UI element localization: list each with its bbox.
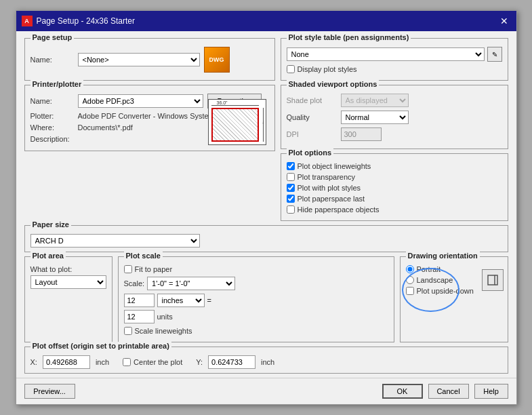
plot-paperspace-last-row: Plot paperspace last <box>287 195 502 203</box>
plot-with-plot-styles-checkbox[interactable] <box>287 184 295 192</box>
hatch-area <box>211 108 259 142</box>
paper-preview-container: 36.0" → <box>208 99 269 148</box>
display-plot-styles-label[interactable]: Display plot styles <box>298 65 357 73</box>
paper-size-section: Paper size ARCH D <box>24 225 508 252</box>
name-row: Name: <None> DWG <box>30 47 269 73</box>
plot-style-edit-button[interactable]: ✎ <box>487 47 502 62</box>
portrait-radio[interactable] <box>406 265 414 273</box>
paper-size-title: Paper size <box>30 220 71 229</box>
where-label: Where: <box>30 123 78 132</box>
preview-button[interactable]: Preview... <box>24 384 75 399</box>
paper-preview: 36.0" → <box>208 99 266 145</box>
help-button[interactable]: Help <box>474 384 508 399</box>
page-setup-dialog: A Page Setup - 24x36 Starter ✕ Page setu… <box>16 10 517 405</box>
y-input[interactable] <box>208 355 255 369</box>
quality-label: Quality <box>287 113 341 121</box>
plot-transparency-row: Plot transparency <box>287 173 502 181</box>
plot-style-table-title: Plot style table (pen assignments) <box>287 33 411 41</box>
plot-paperspace-last-checkbox[interactable] <box>287 195 295 203</box>
what-to-plot-select[interactable]: Layout <box>30 275 106 289</box>
shade-plot-label: Shade plot <box>287 96 341 104</box>
orientation-rotate-button[interactable] <box>482 269 504 291</box>
dialog-title: Page Setup - 24x36 Starter <box>37 16 135 26</box>
plot-area-section: Plot area What to plot: Layout <box>24 256 112 342</box>
plot-style-table-section: Plot style table (pen assignments) None … <box>281 38 508 81</box>
plot-transparency-checkbox[interactable] <box>287 173 295 181</box>
scale-input-2[interactable] <box>124 310 155 323</box>
scale-label: Scale: <box>124 279 145 288</box>
plot-with-plot-styles-label[interactable]: Plot with plot styles <box>298 184 361 192</box>
plot-options-title: Plot options <box>287 149 334 157</box>
printer-name-select[interactable]: Adobe PDF.pc3 <box>78 94 203 108</box>
rotate-icon <box>486 273 499 287</box>
shade-plot-row: Shade plot As displayed <box>287 94 502 107</box>
plot-offset-section: Plot offset (origin set to printable are… <box>24 347 508 374</box>
svg-rect-0 <box>488 275 495 285</box>
landscape-radio[interactable] <box>406 276 414 284</box>
cancel-button[interactable]: Cancel <box>428 384 469 399</box>
landscape-label[interactable]: Landscape <box>417 276 453 284</box>
scale-input-1[interactable] <box>124 294 155 307</box>
paper-size-select[interactable]: ARCH D <box>30 234 200 248</box>
dim-line-right <box>263 108 264 142</box>
title-bar-left: A Page Setup - 24x36 Starter <box>22 16 135 26</box>
printer-plotter-title: Printer/plotter <box>30 80 84 88</box>
page-setup-name-select[interactable]: <None> <box>78 53 200 66</box>
dimension-side-label: → <box>261 120 266 125</box>
plot-style-select[interactable]: None <box>287 47 485 61</box>
x-label: X: <box>30 358 37 366</box>
dpi-input[interactable] <box>341 127 382 141</box>
scale-lineweights-checkbox[interactable] <box>124 327 132 335</box>
close-button[interactable]: ✕ <box>497 14 511 28</box>
plot-object-lineweights-label[interactable]: Plot object lineweights <box>298 162 371 170</box>
center-plot-label[interactable]: Center the plot <box>134 358 182 366</box>
plot-paperspace-last-label[interactable]: Plot paperspace last <box>298 195 365 203</box>
plotter-value: Adobe PDF Converter - Windows System Dri… <box>78 112 220 120</box>
plot-object-lineweights-row: Plot object lineweights <box>287 162 502 170</box>
scale-select[interactable]: 1'-0" = 1'-0" <box>147 277 235 290</box>
bottom-bar: Preview... OK Cancel Help <box>16 378 516 404</box>
plot-offset-title: Plot offset (origin set to printable are… <box>30 342 171 350</box>
center-plot-checkbox[interactable] <box>123 358 131 366</box>
dpi-row: DPI <box>287 127 502 141</box>
plot-upside-down-checkbox[interactable] <box>406 287 414 295</box>
scale-lineweights-label[interactable]: Scale lineweights <box>135 327 192 335</box>
printer-plotter-section: Printer/plotter Name: Adobe PDF.pc3 Prop… <box>24 85 275 151</box>
dwg-icon: DWG <box>204 47 230 73</box>
fit-to-paper-checkbox[interactable] <box>124 265 132 273</box>
where-value: Documents\*.pdf <box>78 123 133 132</box>
plot-options-section: Plot options Plot object lineweights Plo… <box>281 153 508 221</box>
display-plot-styles-checkbox[interactable] <box>287 65 295 73</box>
plot-object-lineweights-checkbox[interactable] <box>287 162 295 170</box>
units-select[interactable]: inches <box>157 294 205 307</box>
drawing-orientation-title: Drawing orientation <box>406 252 480 260</box>
title-bar: A Page Setup - 24x36 Starter ✕ <box>16 11 516 31</box>
dim-line-top <box>211 105 259 106</box>
plot-transparency-label[interactable]: Plot transparency <box>298 173 356 181</box>
hide-paperspace-objects-row: Hide paperspace objects <box>287 205 502 214</box>
y-label: Y: <box>196 358 203 366</box>
portrait-label[interactable]: Portrait <box>417 265 441 273</box>
page-setup-section: Page setup Name: <None> DWG <box>24 38 275 81</box>
plot-scale-section: Plot scale Fit to paper Scale: 1'-0" = 1… <box>118 256 394 342</box>
x-units: inch <box>96 358 109 366</box>
hide-paperspace-objects-checkbox[interactable] <box>287 205 295 214</box>
right-panel: Plot style table (pen assignments) None … <box>281 38 508 221</box>
dimension-36-label: 36.0" <box>217 100 228 105</box>
display-plot-styles-row: Display plot styles <box>287 65 502 73</box>
scale-lineweights-row: Scale lineweights <box>124 327 388 335</box>
shaded-viewport-section: Shaded viewport options Shade plot As di… <box>281 85 508 149</box>
description-label: Description: <box>30 135 78 143</box>
plot-area-title: Plot area <box>30 252 66 260</box>
hide-paperspace-objects-label[interactable]: Hide paperspace objects <box>298 205 380 214</box>
app-icon: A <box>22 16 33 26</box>
shade-plot-select[interactable]: As displayed <box>341 94 409 107</box>
fit-to-paper-label[interactable]: Fit to paper <box>135 265 173 273</box>
center-plot-row: Center the plot <box>123 358 182 366</box>
units2-label: units <box>157 313 173 321</box>
shaded-viewport-title: Shaded viewport options <box>287 80 380 88</box>
plot-upside-down-label[interactable]: Plot upside-down <box>417 287 474 295</box>
ok-button[interactable]: OK <box>382 384 423 399</box>
x-input[interactable] <box>43 355 90 369</box>
quality-select[interactable]: Normal <box>341 111 409 124</box>
